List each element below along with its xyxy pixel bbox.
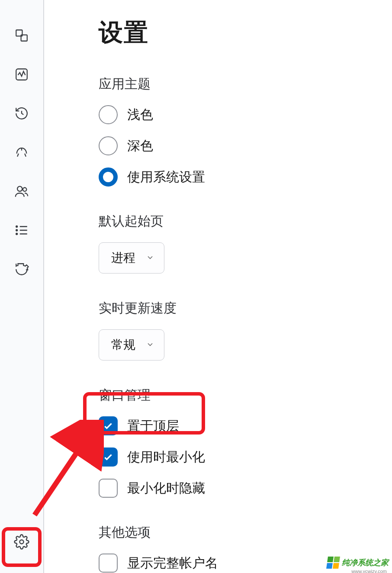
radio-icon: [99, 167, 118, 187]
sidebar-item-processes[interactable]: [9, 23, 35, 49]
section-title-other: 其他选项: [99, 524, 392, 541]
dropdown-value: 常规: [111, 337, 135, 353]
section-theme: 应用主题 浅色 深色 使用系统设置: [99, 75, 392, 187]
main-content: 设置 应用主题 浅色 深色 使用系统设置 默认起始页 进程 实时更新速度 常规: [44, 0, 392, 573]
watermark-logo-icon: [326, 557, 340, 569]
checkbox-minimize-on-use[interactable]: 使用时最小化: [99, 447, 392, 467]
performance-icon: [14, 67, 29, 84]
sidebar-item-settings[interactable]: [9, 530, 35, 556]
section-title-theme: 应用主题: [99, 75, 392, 93]
section-start-page: 默认起始页 进程: [99, 212, 392, 274]
svg-point-4: [23, 188, 27, 192]
sidebar-item-services[interactable]: [9, 257, 35, 283]
dropdown-start-page[interactable]: 进程: [99, 242, 164, 274]
checkbox-always-on-top[interactable]: 置于顶层: [99, 416, 392, 435]
svg-point-11: [20, 540, 24, 544]
radio-label: 浅色: [127, 106, 153, 124]
sidebar: [0, 0, 44, 573]
history-icon: [14, 106, 29, 122]
checkbox-icon: [99, 479, 118, 498]
services-icon: [14, 262, 29, 278]
radio-theme-light[interactable]: 浅色: [99, 105, 392, 124]
watermark-text: 纯净系统之家: [342, 557, 389, 568]
checkbox-icon: [99, 554, 118, 573]
svg-point-6: [16, 230, 17, 231]
startup-icon: [14, 145, 29, 161]
checkbox-label: 置于顶层: [127, 417, 179, 435]
svg-point-5: [16, 226, 17, 227]
section-title-start-page: 默认起始页: [99, 212, 392, 230]
section-title-update-speed: 实时更新速度: [99, 299, 392, 317]
section-update-speed: 实时更新速度 常规: [99, 299, 392, 361]
checkbox-label: 最小化时隐藏: [127, 480, 205, 497]
svg-point-7: [16, 233, 17, 235]
checkbox-hide-when-minimized[interactable]: 最小化时隐藏: [99, 479, 392, 498]
checkbox-label: 显示完整帐户名: [127, 554, 218, 572]
dropdown-update-speed[interactable]: 常规: [99, 329, 164, 361]
radio-label: 使用系统设置: [127, 168, 205, 186]
watermark-url: www.ycwjzy.com: [351, 569, 387, 573]
dropdown-value: 进程: [111, 250, 135, 266]
sidebar-item-startup[interactable]: [9, 140, 35, 166]
checkbox-label: 使用时最小化: [127, 448, 205, 466]
settings-icon: [14, 534, 29, 551]
radio-label: 深色: [127, 137, 153, 155]
users-icon: [14, 184, 29, 200]
processes-icon: [14, 28, 29, 45]
section-title-window-mgmt: 窗口管理: [99, 386, 392, 404]
watermark: 纯净系统之家 www.ycwjzy.com: [327, 557, 389, 569]
sidebar-item-performance[interactable]: [9, 62, 35, 88]
sidebar-item-details[interactable]: [9, 218, 35, 244]
page-title: 设置: [99, 16, 392, 49]
checkbox-icon: [99, 447, 118, 467]
checkbox-icon: [99, 416, 118, 435]
sidebar-item-history[interactable]: [9, 101, 35, 127]
radio-icon: [99, 105, 118, 124]
details-icon: [14, 223, 29, 239]
chevron-down-icon: [146, 251, 154, 265]
radio-theme-dark[interactable]: 深色: [99, 136, 392, 155]
radio-theme-system[interactable]: 使用系统设置: [99, 167, 392, 187]
svg-point-3: [17, 187, 22, 191]
chevron-down-icon: [146, 338, 154, 352]
section-window-mgmt: 窗口管理 置于顶层 使用时最小化 最小化时隐藏: [99, 386, 392, 498]
sidebar-item-users[interactable]: [9, 179, 35, 205]
radio-icon: [99, 136, 118, 155]
